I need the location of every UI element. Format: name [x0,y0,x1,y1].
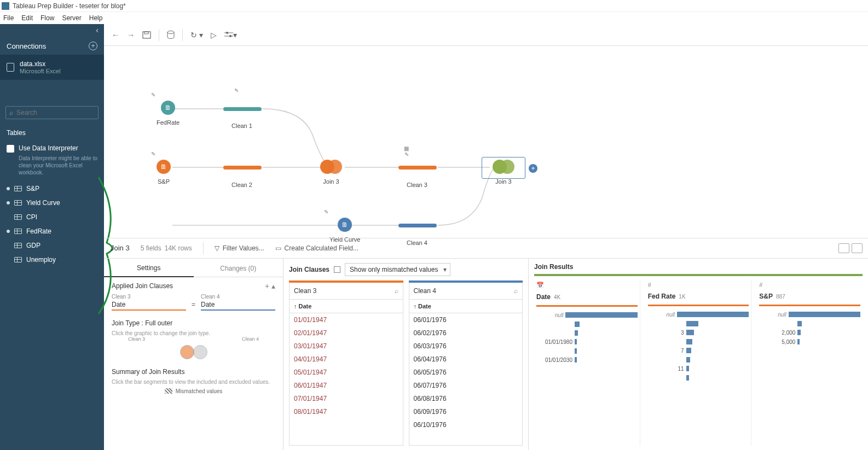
back-button[interactable]: ← [112,31,119,39]
summary-label: Summary of Join Results [112,368,184,376]
search-input[interactable] [16,109,95,116]
list-item[interactable]: 06/10/1976 [409,418,523,431]
save-button[interactable] [142,31,151,39]
status-dot [7,187,10,190]
histogram-bar[interactable] [797,330,801,335]
list-item[interactable]: 02/01/1947 [290,326,403,340]
table-item[interactable]: Yield Curve [0,196,104,210]
result-column: # Fed Rate1K null3711 [646,279,752,446]
connection-name: data.xlsx [20,60,61,68]
flow-canvas[interactable]: ✎ 🗎 FedRate ✎ Clean 1 ✎ 🗎 S&P Clean 2 [104,46,868,238]
node-fedrate[interactable]: ✎ 🗎 FedRate [157,101,180,126]
data-interpreter-checkbox[interactable] [7,145,14,153]
db-button[interactable] [167,31,175,39]
node-clean1[interactable] [223,107,262,111]
node-join3a[interactable]: Join 3 [320,160,342,185]
view-toggle-2[interactable] [852,243,863,253]
table-item[interactable]: S&P [0,182,104,196]
table-item[interactable]: FedRate [0,224,104,238]
clause-right-field[interactable]: Date [201,301,275,311]
refresh-button[interactable]: ↻ ▾ [190,31,203,39]
data-interpreter-row[interactable]: Use Data Interpreter [0,141,104,154]
add-connection-button[interactable]: + [89,42,97,50]
histogram-bar[interactable] [797,321,801,326]
histogram-bar[interactable] [789,312,860,317]
list-item[interactable]: 08/01/1947 [290,405,403,418]
forward-button[interactable]: → [127,31,135,39]
mismatch-dropdown[interactable]: Show only mismatched values [345,263,450,276]
table-item[interactable]: GDP [0,238,104,253]
list-item[interactable]: 06/04/1976 [409,353,523,366]
list-item[interactable]: 06/08/1976 [409,392,523,405]
calc-icon: ▭ [275,244,281,252]
calc-field-button[interactable]: ▭Create Calculated Field... [275,244,358,252]
histogram-bar[interactable] [575,357,577,363]
tab-settings[interactable]: Settings [104,260,194,277]
node-clean2[interactable] [223,166,262,170]
histogram-bar[interactable] [575,330,578,336]
histogram-bar[interactable] [797,339,800,344]
node-sp[interactable]: ✎ 🗎 S&P [157,160,171,185]
menu-bar: File Edit Flow Server Help [0,12,868,24]
search-icon: ⌕ [9,109,13,116]
histogram-bar[interactable] [686,375,690,381]
list-item[interactable]: 06/05/1976 [409,366,523,379]
menu-flow[interactable]: Flow [40,14,54,22]
table-item[interactable]: CPI [0,210,104,224]
clause-left-field[interactable]: Date [112,301,186,311]
connections-label: Connections [7,42,46,50]
table-icon [14,229,22,234]
table-item[interactable]: Unemploy [0,253,104,267]
menu-file[interactable]: File [3,14,14,22]
menu-edit[interactable]: Edit [21,14,33,22]
histogram-bar[interactable] [677,312,749,317]
list-item[interactable]: 06/02/1976 [409,326,523,340]
add-step-button[interactable]: + [529,164,537,173]
settings-button[interactable]: ▾ [224,31,237,39]
run-button[interactable]: ▷ [211,31,217,39]
connection-item[interactable]: data.xlsx Microsoft Excel [0,55,104,80]
search-icon[interactable]: ⌕ [395,287,398,295]
menu-server[interactable]: Server [62,14,81,22]
histogram-bar[interactable] [686,339,692,344]
svg-point-2 [167,31,174,33]
col-header-date[interactable]: ↑ Date [409,300,523,313]
histogram-bar[interactable] [565,312,637,318]
view-toggle-1[interactable] [838,243,849,253]
applied-clauses-label: Applied Join Clauses [112,282,173,290]
list-item[interactable]: 04/01/1947 [290,353,403,366]
histogram-bar[interactable] [575,339,577,344]
histogram-bar[interactable] [575,322,580,327]
filter-values-button[interactable]: ▽Filter Values... [215,244,264,252]
histogram-bar[interactable] [575,348,577,354]
histogram-bar[interactable] [686,357,690,363]
node-join3b[interactable]: Join 3 [493,160,514,185]
list-item[interactable]: 06/09/1976 [409,405,523,418]
join-type-venn[interactable] [180,345,207,359]
search-icon[interactable]: ⌕ [514,287,518,295]
list-item[interactable]: 06/03/1976 [409,340,523,353]
list-item[interactable]: 05/01/1947 [290,366,403,379]
histogram-bar[interactable] [686,321,698,326]
list-item[interactable]: 01/01/1947 [290,313,403,326]
col-header-date[interactable]: ↑ Date [289,300,403,313]
list-item[interactable]: 06/01/1976 [409,313,523,326]
node-clean4[interactable] [398,224,437,227]
mismatch-checkbox[interactable] [334,266,340,273]
toolbar: ← → ↻ ▾ ▷ ▾ [104,24,868,46]
step-fields: 5 fields [141,244,161,252]
histogram-bar[interactable] [686,330,695,335]
list-item[interactable]: 07/01/1947 [290,392,403,405]
list-item[interactable]: 06/07/1976 [409,379,523,392]
histogram-bar[interactable] [686,348,691,353]
clause-operator[interactable]: = [192,301,195,311]
node-clean3[interactable] [398,166,437,170]
menu-help[interactable]: Help [89,14,103,22]
list-item[interactable]: 03/01/1947 [290,340,403,353]
sidebar-collapse[interactable]: ‹ [0,24,104,36]
search-box[interactable]: ⌕ [5,106,99,119]
tab-changes[interactable]: Changes (0) [194,260,283,277]
list-item[interactable]: 06/01/1947 [290,379,403,392]
histogram-bar[interactable] [686,366,690,371]
add-clause-button[interactable]: + ▴ [265,282,275,290]
